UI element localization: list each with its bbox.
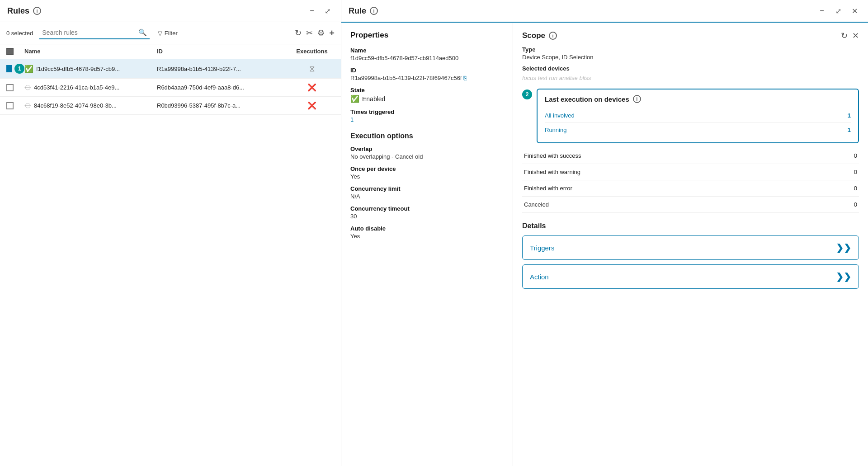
detail-cards-container: Triggers❯❯Action❯❯: [522, 235, 859, 289]
search-box: 🔍: [39, 27, 150, 39]
stat-count: 0: [854, 152, 857, 159]
scope-info-icon: i: [549, 32, 557, 40]
running-label: Running: [545, 127, 566, 133]
last-exec-wrapper: 2 Last execution on devices i All involv…: [522, 89, 859, 148]
row-id-3: R0bd93996-5387-495f-8b7c-a...: [157, 102, 289, 109]
add-button[interactable]: +: [329, 28, 335, 38]
row-id-1: R1a99998a-b1b5-4139-b22f-7...: [157, 66, 289, 72]
table-row[interactable]: 1 ✅ f1d9cc59-dfb5-4678-9d57-cb9... R1a99…: [0, 59, 341, 79]
state-enabled-icon: ✅: [350, 94, 359, 103]
last-exec-step-badge: 2: [522, 89, 532, 99]
last-execution-box: Last execution on devices i All involved…: [537, 89, 859, 143]
select-all-checkbox[interactable]: [6, 48, 14, 55]
scope-controls: ↻ ✕: [841, 31, 859, 41]
filter-label: Filter: [165, 30, 178, 37]
toolbar: 0 selected 🔍 ▽ Filter ↻ ✂ ⚙ +: [0, 22, 341, 44]
toolbar-icons: ↻ ✂ ⚙ +: [295, 28, 335, 38]
refresh-button[interactable]: ↻: [295, 28, 302, 38]
properties-section: Properties Name f1d9cc59-dfb5-4678-9d57-…: [341, 23, 513, 466]
name-label: Name: [350, 47, 504, 54]
hourglass-icon: ⧖: [309, 64, 315, 73]
all-involved-count: 1: [848, 112, 851, 119]
detail-card[interactable]: Action❯❯: [522, 264, 859, 289]
details-section: Details Triggers❯❯Action❯❯: [522, 222, 859, 289]
state-label: State: [350, 87, 504, 94]
stat-row: Finished with success0: [522, 148, 859, 164]
right-expand-button[interactable]: ⤢: [832, 5, 844, 17]
overlap-value: No overlapping - Cancel old: [350, 153, 504, 160]
copy-id-button[interactable]: ⎘: [463, 75, 467, 81]
error-icon-2: ❌: [307, 84, 316, 91]
stat-label: Finished with warning: [524, 169, 580, 175]
right-panel-header: Rule i − ⤢ ✕: [341, 0, 868, 23]
stat-count: 0: [854, 201, 857, 208]
right-minimize-button[interactable]: −: [816, 5, 828, 17]
table-row[interactable]: ⦵ 84c68f19-8e52-4074-98e0-3b... R0bd9399…: [0, 97, 341, 115]
table-row[interactable]: ⦵ 4cd53f41-2216-41ca-b1a5-4e9... R6db4aa…: [0, 79, 341, 97]
id-value: R1a99998a-b1b5-4139-b22f-78f69467c56f: [350, 75, 462, 81]
times-triggered-label: Times triggered: [350, 108, 504, 115]
once-per-device-label: Once per device: [350, 165, 504, 172]
row-exec-2: ❌: [289, 83, 335, 92]
filter-button[interactable]: ▽ Filter: [154, 28, 181, 38]
row-checkbox-2[interactable]: [6, 84, 14, 91]
last-exec-title: Last execution on devices: [545, 95, 629, 103]
detail-card-label: Action: [530, 273, 549, 281]
scope-close-button[interactable]: ✕: [852, 31, 859, 41]
concurrency-limit-value: N/A: [350, 193, 504, 200]
row-name-2: 4cd53f41-2216-41ca-b1a5-4e9...: [34, 84, 119, 91]
details-title: Details: [522, 222, 859, 230]
execution-options-title: Execution options: [350, 132, 504, 140]
stat-count: 0: [854, 185, 857, 192]
disabled-icon-3: ⦵: [24, 102, 31, 110]
scope-title: Scope: [522, 31, 545, 40]
minimize-button[interactable]: −: [306, 5, 318, 17]
detail-card-arrow-icon: ❯❯: [836, 271, 851, 282]
id-column-header: ID: [157, 48, 289, 55]
stat-count: 0: [854, 169, 857, 175]
stat-label: Finished with success: [524, 152, 581, 159]
running-row[interactable]: Running 1: [545, 123, 851, 137]
scope-type-value: Device Scope, ID Selection: [522, 54, 859, 61]
last-exec-info-icon: i: [633, 95, 641, 103]
cut-button[interactable]: ✂: [306, 28, 313, 38]
auto-disable-value: Yes: [350, 233, 504, 240]
header-checkbox-cell: [6, 48, 24, 55]
error-icon-3: ❌: [307, 102, 316, 109]
name-column-header: Name: [24, 48, 157, 55]
last-exec-header: Last execution on devices i: [545, 95, 851, 103]
settings-button[interactable]: ⚙: [317, 28, 325, 38]
row-name-3: 84c68f19-8e52-4074-98e0-3b...: [34, 102, 117, 109]
expand-button[interactable]: ⤢: [321, 5, 334, 17]
filter-icon: ▽: [158, 30, 162, 37]
right-panel-controls: − ⤢ ✕: [816, 5, 861, 17]
all-involved-row[interactable]: All involved 1: [545, 108, 851, 123]
row-checkbox-1[interactable]: [6, 65, 12, 72]
scope-refresh-button[interactable]: ↻: [841, 31, 848, 41]
search-icon: 🔍: [138, 28, 147, 37]
left-panel: Rules i − ⤢ 0 selected 🔍 ▽ Filter ↻ ✂ ⚙ …: [0, 0, 341, 466]
detail-card-arrow-icon: ❯❯: [836, 242, 851, 253]
stats-container: Finished with success0Finished with warn…: [522, 148, 859, 213]
row-exec-3: ❌: [289, 101, 335, 110]
concurrency-timeout-label: Concurrency timeout: [350, 205, 504, 212]
detail-card[interactable]: Triggers❯❯: [522, 235, 859, 260]
times-triggered-value: 1: [350, 116, 504, 123]
row-name-1: f1d9cc59-dfb5-4678-9d57-cb9...: [36, 66, 120, 72]
stat-row: Finished with error0: [522, 180, 859, 197]
row-checkbox-3[interactable]: [6, 102, 14, 109]
state-value: Enabled: [362, 95, 385, 103]
selected-devices-label: Selected devices: [522, 65, 859, 72]
step-badge-1: 1: [14, 64, 24, 74]
scope-section: Scope i ↻ ✕ Type Device Scope, ID Select…: [513, 23, 868, 466]
row-exec-1: ⧖: [289, 64, 335, 74]
left-panel-info-icon: i: [33, 7, 41, 15]
right-panel: Rule i − ⤢ ✕ Properties Name f1d9cc59-df…: [341, 0, 868, 466]
stat-label: Finished with error: [524, 185, 572, 192]
search-input[interactable]: [42, 29, 136, 36]
right-close-button[interactable]: ✕: [848, 5, 861, 17]
executions-column-header: Executions: [289, 48, 335, 55]
stat-row: Canceled0: [522, 197, 859, 213]
detail-card-label: Triggers: [530, 244, 554, 252]
row-id-2: R6db4aaa9-750d-4ef9-aaa8-d6...: [157, 84, 289, 91]
